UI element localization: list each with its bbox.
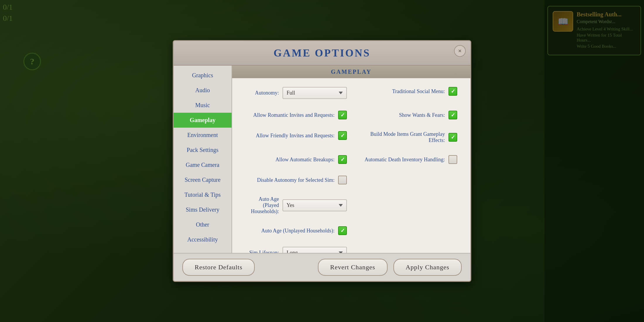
empty-col-3 — [351, 223, 462, 244]
auto-breakups-col: Allow Automatic Breakups: — [241, 152, 351, 173]
sim-lifespan-col: Sim Lifespan: Long — [241, 244, 351, 253]
close-icon: × — [458, 47, 462, 55]
sidebar: Graphics Audio Music Gameplay Environmen… — [174, 66, 232, 253]
show-wants-checkbox[interactable] — [448, 111, 457, 119]
allow-romantic-row: Allow Romantic Invites and Requests: — [245, 111, 347, 119]
main-content: Gameplay Autonomy: Full — [232, 66, 470, 253]
sidebar-item-gameplay[interactable]: Gameplay — [174, 113, 232, 128]
sim-lifespan-row: Sim Lifespan: Long — [245, 247, 347, 253]
auto-breakups-row: Allow Automatic Breakups: — [245, 155, 347, 164]
autonomy-dropdown[interactable]: Full — [282, 87, 347, 99]
apply-changes-button[interactable]: Apply Changes — [393, 259, 462, 276]
revert-changes-button[interactable]: Revert Changes — [318, 259, 388, 276]
traditional-social-col: Traditional Social Menu: — [351, 84, 462, 108]
allow-romantic-label: Allow Romantic Invites and Requests: — [245, 112, 335, 118]
modal-header: Game Options × — [174, 41, 470, 66]
allow-friendly-checkbox[interactable] — [338, 131, 347, 140]
modal-body: Graphics Audio Music Gameplay Environmen… — [174, 66, 470, 253]
content-area: Autonomy: Full Traditional Social Menu: — [232, 78, 470, 253]
sidebar-item-tutorial-tips[interactable]: Tutorial & Tips — [174, 187, 232, 202]
autonomy-row: Autonomy: Full — [245, 87, 347, 99]
sidebar-item-environment[interactable]: Environment — [174, 128, 232, 143]
auto-age-unplayed-checkbox[interactable] — [338, 226, 347, 235]
section-header: Gameplay — [232, 66, 470, 78]
sim-lifespan-dropdown[interactable]: Long — [282, 247, 347, 253]
footer-right-buttons: Revert Changes Apply Changes — [318, 259, 462, 276]
auto-age-played-arrow — [339, 204, 343, 207]
build-mode-row: Build Mode Items Grant Gameplay Effects: — [356, 131, 457, 143]
restore-defaults-button[interactable]: Restore Defaults — [182, 259, 255, 276]
auto-death-row: Automatic Death Inventory Handling: — [356, 155, 457, 164]
auto-age-unplayed-row: Auto Age (Unplayed Households): — [245, 226, 347, 235]
traditional-social-label: Traditional Social Menu: — [356, 88, 445, 95]
modal-footer: Restore Defaults Revert Changes Apply Ch… — [174, 253, 470, 281]
autonomy-col: Autonomy: Full — [241, 84, 351, 108]
allow-friendly-label: Allow Friendly Invites and Requests: — [245, 133, 335, 139]
auto-age-unplayed-label: Auto Age (Unplayed Households): — [245, 228, 335, 234]
autonomy-value: Full — [287, 90, 339, 96]
modal-overlay: Game Options × Graphics Audio Music Game… — [0, 0, 644, 322]
autonomy-dropdown-arrow — [339, 92, 343, 94]
sidebar-item-music[interactable]: Music — [174, 98, 232, 113]
auto-age-unplayed-col: Auto Age (Unplayed Households): — [241, 223, 351, 244]
close-button[interactable]: × — [454, 45, 466, 57]
sim-lifespan-arrow — [339, 251, 343, 253]
auto-death-checkbox[interactable] — [448, 155, 457, 164]
sidebar-item-pack-settings[interactable]: Pack Settings — [174, 143, 232, 157]
sidebar-item-audio[interactable]: Audio — [174, 83, 232, 98]
allow-romantic-checkbox[interactable] — [338, 111, 347, 119]
sidebar-item-other[interactable]: Other — [174, 217, 232, 232]
sidebar-item-accessibility[interactable]: Accessibility — [174, 232, 232, 247]
auto-death-col: Automatic Death Inventory Handling: — [351, 152, 462, 173]
empty-col-2 — [351, 193, 462, 223]
disable-autonomy-row: Disable Autonomy for Selected Sim: — [245, 176, 347, 184]
auto-age-played-row: Auto Age (Played Households): Yes — [245, 196, 347, 215]
auto-age-played-label: Auto Age (Played Households): — [245, 196, 279, 215]
empty-col-1 — [351, 173, 462, 193]
allow-friendly-row: Allow Friendly Invites and Requests: — [245, 131, 347, 140]
disable-autonomy-col: Disable Autonomy for Selected Sim: — [241, 173, 351, 193]
show-wants-col: Show Wants & Fears: — [351, 108, 462, 128]
show-wants-row: Show Wants & Fears: — [356, 111, 457, 119]
traditional-social-checkbox[interactable] — [448, 87, 457, 96]
autonomy-label: Autonomy: — [245, 90, 279, 96]
empty-col-4 — [351, 244, 462, 253]
sim-lifespan-label: Sim Lifespan: — [245, 250, 279, 253]
sidebar-item-graphics[interactable]: Graphics — [174, 68, 232, 83]
disable-autonomy-checkbox[interactable] — [338, 176, 347, 184]
modal-title: Game Options — [273, 47, 370, 59]
sidebar-item-game-camera[interactable]: Game Camera — [174, 157, 232, 172]
sim-lifespan-value: Long — [287, 250, 339, 253]
allow-friendly-col: Allow Friendly Invites and Requests: — [241, 128, 351, 152]
sidebar-item-screen-capture[interactable]: Screen Capture — [174, 172, 232, 187]
show-wants-label: Show Wants & Fears: — [356, 112, 445, 118]
auto-breakups-checkbox[interactable] — [338, 155, 347, 164]
auto-death-label: Automatic Death Inventory Handling: — [356, 157, 445, 163]
auto-age-played-col: Auto Age (Played Households): Yes — [241, 193, 351, 223]
allow-romantic-col: Allow Romantic Invites and Requests: — [241, 108, 351, 128]
build-mode-col: Build Mode Items Grant Gameplay Effects: — [351, 128, 462, 152]
auto-age-played-dropdown[interactable]: Yes — [282, 199, 347, 211]
traditional-social-row: Traditional Social Menu: — [356, 87, 457, 96]
auto-age-played-value: Yes — [287, 202, 339, 208]
sidebar-item-sims-delivery[interactable]: Sims Delivery — [174, 202, 232, 217]
game-options-modal: Game Options × Graphics Audio Music Game… — [173, 40, 471, 282]
disable-autonomy-label: Disable Autonomy for Selected Sim: — [245, 177, 335, 183]
build-mode-checkbox[interactable] — [448, 133, 457, 142]
build-mode-label: Build Mode Items Grant Gameplay Effects: — [356, 131, 445, 143]
auto-breakups-label: Allow Automatic Breakups: — [245, 157, 335, 163]
